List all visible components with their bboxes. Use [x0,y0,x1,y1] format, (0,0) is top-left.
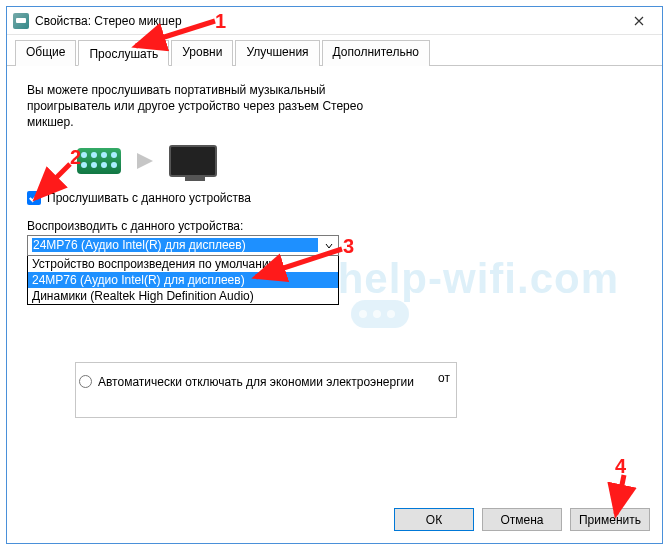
ok-button[interactable]: ОК [394,508,474,531]
tab-label: Дополнительно [333,45,419,59]
tab-label: Прослушать [89,47,158,61]
button-label: Отмена [500,513,543,527]
close-icon [634,16,644,26]
panel-fragment-text: от [438,371,450,385]
device-graphic [77,145,642,177]
close-button[interactable] [616,7,662,35]
tab-label: Уровни [182,45,222,59]
tab-listen[interactable]: Прослушать [78,40,169,66]
tab-levels[interactable]: Уровни [171,40,233,66]
tab-label: Общие [26,45,65,59]
sound-properties-icon [13,13,29,29]
titlebar: Свойства: Стерео микшер [7,7,662,35]
listen-checkbox-label: Прослушивать с данного устройства [47,191,251,205]
chevron-down-icon[interactable] [322,239,336,253]
properties-dialog: Свойства: Стерео микшер Общие Прослушать… [6,6,663,544]
tab-label: Улучшения [246,45,308,59]
dropdown-list: Устройство воспроизведения по умолчанию … [27,256,339,305]
button-label: Применить [579,513,641,527]
apply-button[interactable]: Применить [570,508,650,531]
dropdown-option[interactable]: Устройство воспроизведения по умолчанию [28,256,338,272]
cancel-button[interactable]: Отмена [482,508,562,531]
playback-label: Воспроизводить с данного устройства: [27,219,642,233]
listen-checkbox-row[interactable]: Прослушивать с данного устройства [27,191,642,205]
dropdown-option[interactable]: Динамики (Realtek High Definition Audio) [28,288,338,304]
playback-dropdown[interactable]: 24MP76 (Аудио Intel(R) для дисплеев) Уст… [27,235,339,305]
monitor-icon [169,145,217,177]
dropdown-selected-text: 24MP76 (Аудио Intel(R) для дисплеев) [32,238,318,252]
button-label: ОК [426,513,442,527]
window-title: Свойства: Стерео микшер [35,14,616,28]
dropdown-selected[interactable]: 24MP76 (Аудио Intel(R) для дисплеев) [27,235,339,256]
arrow-right-icon [137,153,153,169]
dialog-buttons: ОК Отмена Применить [394,508,650,531]
tab-general[interactable]: Общие [15,40,76,66]
power-panel: от [75,362,457,418]
listen-checkbox[interactable] [27,191,41,205]
tabstrip: Общие Прослушать Уровни Улучшения Дополн… [7,35,662,66]
soundcard-icon [77,148,121,174]
tab-content: Вы можете прослушивать портативный музык… [7,66,662,397]
tab-advanced[interactable]: Дополнительно [322,40,430,66]
dropdown-option[interactable]: 24MP76 (Аудио Intel(R) для дисплеев) [28,272,338,288]
intro-text: Вы можете прослушивать портативный музык… [27,82,407,131]
tab-enhancements[interactable]: Улучшения [235,40,319,66]
